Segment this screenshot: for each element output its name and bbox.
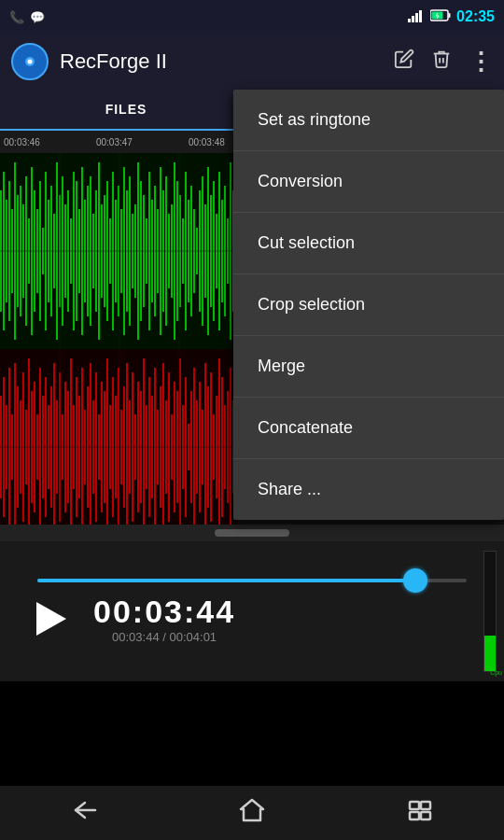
signal-icon xyxy=(408,9,425,25)
edit-icon[interactable] xyxy=(394,49,414,75)
menu-item-share[interactable]: Share ... xyxy=(233,459,504,520)
concatenate-label: Concatenate xyxy=(258,418,353,437)
back-button[interactable] xyxy=(71,799,97,827)
vu-meter xyxy=(483,551,497,672)
menu-item-cut[interactable]: Cut selection xyxy=(233,213,504,274)
menu-item-crop[interactable]: Crop selection xyxy=(233,274,504,336)
svg-rect-281 xyxy=(421,802,430,809)
menu-item-conversion[interactable]: Conversion xyxy=(233,151,504,213)
delete-icon[interactable] xyxy=(431,49,452,75)
share-label: Share ... xyxy=(258,480,321,498)
playback-controls: 00:03:44 00:03:44 / 00:04:01 xyxy=(0,594,504,644)
progress-track[interactable] xyxy=(37,579,467,582)
waveform-red xyxy=(0,349,238,541)
waveform-green xyxy=(0,153,238,349)
status-left: 📞 💬 xyxy=(9,10,45,24)
status-right: 02:35 xyxy=(408,8,495,25)
cut-label: Cut selection xyxy=(258,233,355,252)
nav-bar xyxy=(0,786,504,840)
dropdown-menu: Set as ringtone Conversion Cut selection… xyxy=(233,90,504,520)
svg-rect-280 xyxy=(410,802,419,809)
app-logo xyxy=(11,43,49,80)
vu-cpu-label: Cpu xyxy=(490,669,502,676)
progress-thumb[interactable] xyxy=(403,568,427,593)
menu-item-merge[interactable]: Merge xyxy=(233,336,504,398)
svg-marker-279 xyxy=(241,800,263,820)
phone-status-icon: 📞 xyxy=(9,10,24,24)
scrollbar-thumb[interactable] xyxy=(215,529,289,537)
svg-rect-1 xyxy=(412,16,414,22)
status-bar: 📞 💬 02:35 xyxy=(0,0,504,34)
svg-rect-2 xyxy=(415,13,418,22)
app-title: RecForge II xyxy=(60,49,394,74)
time-sub: 00:03:44 / 00:04:01 xyxy=(112,630,217,644)
progress-fill xyxy=(37,579,415,582)
current-time: 00:03:44 xyxy=(112,630,160,644)
status-time: 02:35 xyxy=(456,8,495,25)
time-marker-3: 00:03:48 xyxy=(189,137,225,147)
time-marker-2: 00:03:47 xyxy=(96,137,133,147)
time-display: 00:03:44 xyxy=(93,594,235,630)
home-button[interactable] xyxy=(239,798,265,828)
menu-item-concatenate[interactable]: Concatenate xyxy=(233,398,504,459)
files-tab[interactable]: FILES xyxy=(0,90,252,131)
svg-rect-3 xyxy=(419,10,422,22)
more-options-icon[interactable]: ⋮ xyxy=(469,48,493,77)
recents-button[interactable] xyxy=(407,799,433,827)
waveform-scrollbar[interactable] xyxy=(0,525,504,541)
app-bar: RecForge II ⋮ xyxy=(0,34,504,90)
vu-bar xyxy=(484,636,496,671)
crop-label: Crop selection xyxy=(258,295,365,314)
total-time: 00:04:01 xyxy=(169,630,217,644)
time-marker-1: 00:03:46 xyxy=(4,137,40,147)
ringtone-label: Set as ringtone xyxy=(258,110,371,129)
playback-bar: Cpu 00:03:44 00:03:44 / 00:04:01 xyxy=(0,541,504,681)
svg-rect-0 xyxy=(408,19,411,22)
play-button[interactable] xyxy=(28,595,75,642)
app-bar-actions: ⋮ xyxy=(394,48,493,77)
svg-rect-282 xyxy=(410,812,419,819)
merge-label: Merge xyxy=(258,357,305,375)
menu-item-ringtone[interactable]: Set as ringtone xyxy=(233,90,504,151)
svg-rect-283 xyxy=(421,812,430,819)
conversion-label: Conversion xyxy=(258,172,343,190)
play-triangle-icon xyxy=(36,602,66,636)
battery-icon xyxy=(430,9,451,24)
svg-rect-5 xyxy=(449,13,451,18)
message-status-icon: 💬 xyxy=(30,10,45,24)
svg-point-9 xyxy=(28,60,33,64)
files-tab-label: FILES xyxy=(105,102,147,117)
